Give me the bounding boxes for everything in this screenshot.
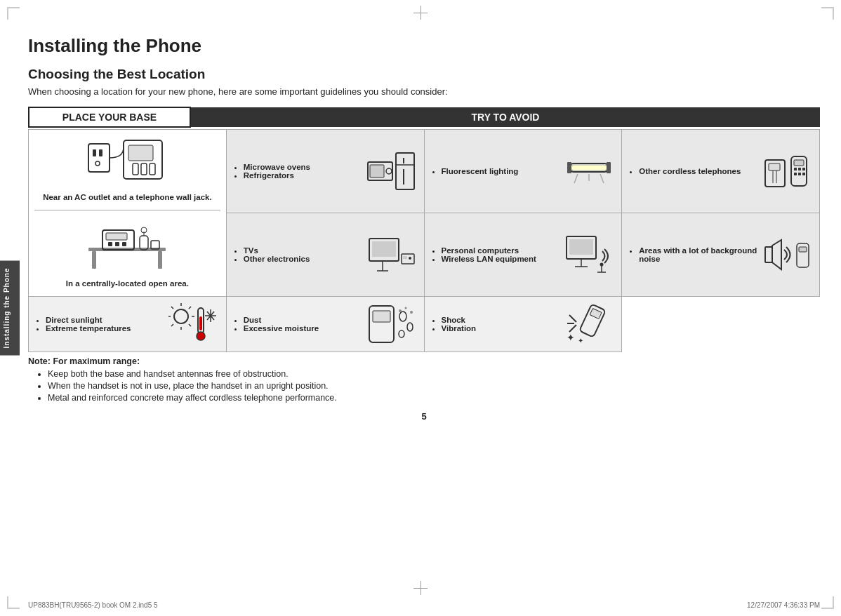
list-item: Metal and reinforced concrete may affect… <box>48 393 820 403</box>
svg-rect-52 <box>403 256 407 259</box>
place-column: Near an AC outlet and a telephone wall j… <box>29 130 227 297</box>
svg-text:✦: ✦ <box>578 337 583 344</box>
svg-rect-61 <box>765 247 772 262</box>
avoid-cell-tv: TVs Other electronics <box>226 213 424 297</box>
crosshair-top-icon <box>413 6 428 20</box>
notes-list: Keep both the base and handset antennas … <box>28 369 820 403</box>
svg-rect-34 <box>607 162 611 173</box>
subtitle-text: When choosing a location for your new ph… <box>28 86 820 97</box>
footer: UP883BH(TRU9565-2) book OM 2.ind5 5 12/2… <box>28 601 820 609</box>
notes-section: Note: For maximum range: Keep both the b… <box>28 356 820 403</box>
svg-line-90 <box>569 325 576 332</box>
table-phone-icon <box>85 223 169 272</box>
svg-rect-41 <box>794 168 797 170</box>
svg-rect-74 <box>199 316 202 330</box>
svg-rect-22 <box>370 165 384 178</box>
avoid-cell-computer: Personal computers Wireless LAN equipmen… <box>424 213 622 297</box>
avoid-text-sunlight: Direct sunlight Extreme temperatures <box>36 316 131 333</box>
svg-rect-7 <box>141 163 147 175</box>
crosshair-bottom-icon <box>413 581 428 595</box>
svg-rect-40 <box>794 160 804 166</box>
svg-rect-33 <box>567 162 571 173</box>
svg-point-23 <box>386 168 392 174</box>
avoid-cell-fluorescent: Fluorescent lighting <box>424 130 622 213</box>
svg-rect-14 <box>108 242 112 246</box>
svg-point-83 <box>407 323 413 331</box>
svg-rect-46 <box>802 173 805 175</box>
svg-rect-0 <box>88 144 110 172</box>
svg-rect-15 <box>115 242 119 246</box>
avoid-text-shock: Shock Vibration <box>432 316 477 333</box>
svg-rect-44 <box>794 173 797 175</box>
corner-mark-br <box>821 596 834 609</box>
svg-point-82 <box>399 312 406 321</box>
avoid-text-dust: Dust Excessive moisture <box>234 316 319 333</box>
svg-rect-89 <box>590 309 602 319</box>
list-item: When the handset is not in use, place th… <box>48 381 820 391</box>
avoid-text-noise: Areas with a lot of background noise <box>629 246 757 263</box>
svg-rect-6 <box>133 163 138 175</box>
fluorescent-icon <box>564 149 614 193</box>
corner-mark-tl <box>7 7 20 20</box>
avoid-cell-noise: Areas with a lot of background noise <box>622 213 820 297</box>
main-content: Installing the Phone Choosing the Best L… <box>28 0 820 457</box>
side-tab-label: Installing the Phone <box>0 260 20 355</box>
noise-icon <box>762 233 812 276</box>
svg-rect-13 <box>106 233 127 240</box>
avoid-text-tv: TVs Other electronics <box>234 246 310 263</box>
place-label-outlet: Near an AC outlet and a telephone wall j… <box>34 192 220 203</box>
shock-vibration-icon: ✦ ✦ <box>564 302 614 346</box>
svg-rect-10 <box>92 251 96 269</box>
svg-rect-81 <box>373 311 390 322</box>
page-number: 5 <box>28 411 820 422</box>
svg-rect-42 <box>798 168 801 170</box>
svg-point-53 <box>409 257 411 260</box>
avoid-text-cordless: Other cordless telephones <box>629 167 741 175</box>
svg-point-84 <box>399 330 404 337</box>
svg-rect-43 <box>802 168 805 170</box>
avoid-cell-microwave: Microwave ovens Refrigerators <box>226 130 424 213</box>
footer-right: 12/27/2007 4:36:33 PM <box>747 601 820 609</box>
place-cell-outlet: Near an AC outlet and a telephone wall j… <box>34 137 220 210</box>
outlet-phone-icon <box>85 137 169 186</box>
avoid-text-computer: Personal computers Wireless LAN equipmen… <box>432 246 536 263</box>
corner-mark-bl <box>7 596 20 609</box>
svg-point-86 <box>404 307 406 309</box>
svg-line-92 <box>569 315 576 322</box>
avoid-text-microwave: Microwave ovens Refrigerators <box>234 163 310 180</box>
avoid-cell-cordless: Other cordless telephones <box>622 130 820 213</box>
svg-rect-48 <box>372 241 396 257</box>
svg-rect-11 <box>158 251 162 269</box>
svg-rect-36 <box>769 163 780 170</box>
svg-point-87 <box>410 311 413 314</box>
svg-rect-2 <box>99 149 102 156</box>
svg-rect-5 <box>128 145 153 161</box>
table-row: Direct sunlight Extreme temperatures <box>29 297 820 352</box>
section-title: Choosing the Best Location <box>28 67 820 82</box>
footer-left: UP883BH(TRU9565-2) book OM 2.ind5 5 <box>28 601 158 609</box>
svg-point-3 <box>95 161 100 166</box>
place-header-cell: PLACE YOUR BASE <box>29 107 190 127</box>
avoid-cell-dust: Dust Excessive moisture <box>226 297 424 352</box>
avoid-text-fluorescent: Fluorescent lighting <box>432 167 519 175</box>
svg-line-32 <box>600 174 604 183</box>
avoid-header-cell: TRY TO AVOID <box>190 107 820 127</box>
dust-moisture-icon <box>366 302 417 346</box>
svg-line-69 <box>171 307 173 309</box>
svg-point-85 <box>399 309 402 312</box>
svg-point-64 <box>174 309 188 323</box>
svg-rect-8 <box>150 163 155 175</box>
table-row: Near an AC outlet and a telephone wall j… <box>29 130 820 213</box>
svg-rect-63 <box>799 247 807 252</box>
microwave-fridge-icon <box>366 149 417 193</box>
page-title: Installing the Phone <box>28 35 820 57</box>
svg-rect-29 <box>571 165 607 170</box>
svg-line-71 <box>171 324 173 326</box>
place-label-table: In a centrally-located open area. <box>34 278 220 289</box>
corner-mark-tr <box>821 7 834 20</box>
svg-line-72 <box>189 307 191 309</box>
svg-point-75 <box>197 332 205 340</box>
svg-rect-55 <box>569 239 593 255</box>
avoid-cell-sunlight: Direct sunlight Extreme temperatures <box>29 297 227 352</box>
svg-rect-1 <box>93 149 96 156</box>
